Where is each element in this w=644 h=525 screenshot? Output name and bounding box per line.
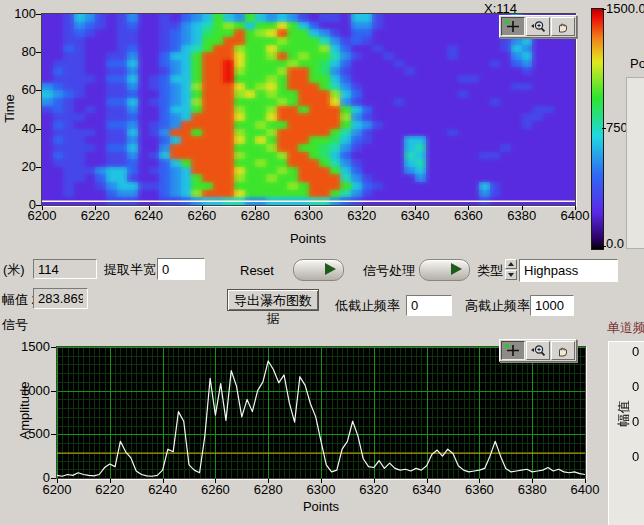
- meter-value-field: [33, 259, 97, 279]
- x-tick-label: 6320: [352, 483, 396, 496]
- type-input[interactable]: [519, 259, 618, 282]
- crosshair-tool-button[interactable]: [501, 341, 525, 360]
- x-tick-label: 6300: [299, 483, 343, 496]
- x-tick-label: 6340: [393, 209, 437, 222]
- x-tick-mark: [468, 206, 469, 210]
- x-tick-label: 6280: [233, 209, 277, 222]
- x-tick-label: 6360: [446, 209, 490, 222]
- zoom-tool-button[interactable]: [526, 17, 550, 36]
- clipped-right-control: [626, 77, 644, 249]
- x-tick-mark: [149, 206, 150, 210]
- x-tick-mark: [522, 206, 523, 210]
- points-axis-label-bottom: Points: [291, 500, 351, 513]
- y-tick-label: 1000: [8, 384, 50, 397]
- graph-palette-bottom: [499, 339, 577, 362]
- export-waterfall-button[interactable]: 导出瀑布图数据: [227, 289, 319, 311]
- halfwidth-input[interactable]: [157, 258, 205, 280]
- x-tick-mark: [42, 206, 43, 210]
- x-tick-mark: [309, 206, 310, 210]
- y-tick-label: 1500: [8, 340, 50, 353]
- pan-tool-button[interactable]: [551, 17, 575, 36]
- crosshair-icon: [505, 344, 521, 357]
- y-tick-label: 80: [4, 45, 36, 58]
- y-tick-mark: [36, 52, 41, 53]
- type-label: 类型: [477, 264, 503, 277]
- x-tick-mark: [215, 479, 216, 483]
- x-tick-label: 6260: [180, 209, 224, 222]
- clipped-spectrum-panel: [608, 341, 644, 525]
- signal-graph-frame: [56, 346, 586, 479]
- x-tick-mark: [202, 206, 203, 210]
- x-tick-label: 6200: [35, 483, 79, 496]
- y-tick-label: 500: [8, 427, 50, 440]
- intensity-graph-frame: [41, 13, 576, 206]
- color-scale-min-label: 0.0: [606, 237, 624, 250]
- amp2-value-field: [33, 288, 88, 309]
- right-panel-tick-label: 0: [632, 450, 639, 463]
- signal-graph-plot[interactable]: [57, 347, 585, 478]
- x-tick-mark: [532, 479, 533, 483]
- magnifier-icon: [530, 344, 546, 357]
- type-spinner: [505, 259, 517, 281]
- meter-label: (米): [3, 263, 25, 276]
- x-tick-mark: [575, 206, 576, 210]
- x-tick-label: 6360: [457, 483, 501, 496]
- x-tick-label: 6380: [510, 483, 554, 496]
- single-channel-label: 单道频: [607, 321, 644, 334]
- signal-label: 信号: [2, 318, 28, 331]
- spinner-down-button[interactable]: [505, 270, 517, 280]
- graph-palette-top: [499, 15, 577, 38]
- x-tick-mark: [321, 479, 322, 483]
- reset-led-button[interactable]: [293, 259, 344, 281]
- x-tick-mark: [362, 206, 363, 210]
- color-scale-tick: [602, 9, 606, 10]
- hand-icon: [555, 344, 571, 357]
- x-tick-label: 6300: [287, 209, 331, 222]
- zoom-tool-button[interactable]: [526, 341, 550, 360]
- x-tick-label: 6240: [127, 209, 171, 222]
- x-tick-mark: [374, 479, 375, 483]
- x-tick-mark: [585, 479, 586, 483]
- x-tick-label: 6340: [405, 483, 449, 496]
- x-tick-label: 6400: [553, 209, 597, 222]
- x-tick-label: 6240: [141, 483, 185, 496]
- y-tick-label: 100: [4, 7, 36, 20]
- x-tick-mark: [163, 479, 164, 483]
- labview-front-panel: X:114 Time Points 1500.0: [0, 0, 644, 525]
- hand-icon: [555, 20, 571, 33]
- high-cutoff-label: 高截止频率: [465, 299, 530, 312]
- y-tick-label: 0: [4, 198, 36, 211]
- spinner-up-button[interactable]: [505, 259, 517, 269]
- x-tick-label: 6400: [563, 483, 607, 496]
- green-arrow-icon: [451, 263, 462, 275]
- x-tick-mark: [95, 206, 96, 210]
- reset-label: Reset: [240, 264, 274, 277]
- process-led-button[interactable]: [419, 259, 470, 281]
- time-axis-label: Time: [3, 69, 16, 149]
- y-tick-mark: [36, 90, 41, 91]
- amplitude-axis-label: Amplitude: [18, 366, 31, 456]
- color-scale-tick: [602, 128, 606, 129]
- color-scale-tick: [602, 246, 606, 247]
- y-tick-mark: [36, 205, 41, 206]
- right-panel-tick-label: 0: [632, 415, 639, 428]
- low-cutoff-input[interactable]: [406, 295, 452, 316]
- right-panel-tick-label: 0: [632, 380, 639, 393]
- y-tick-label: 20: [4, 160, 36, 173]
- y-tick-mark: [51, 347, 56, 348]
- y-tick-label: 40: [4, 122, 36, 135]
- pan-tool-button[interactable]: [551, 341, 575, 360]
- x-tick-label: 6220: [88, 483, 132, 496]
- y-tick-mark: [51, 391, 56, 392]
- y-tick-mark: [51, 478, 56, 479]
- right-panel-amp-label: 幅值: [617, 400, 630, 428]
- intensity-graph-plot[interactable]: [42, 14, 575, 205]
- x-tick-label: 6380: [500, 209, 544, 222]
- x-tick-mark: [415, 206, 416, 210]
- x-tick-label: 6220: [73, 209, 117, 222]
- points-axis-label-top: Points: [278, 232, 338, 245]
- y-tick-mark: [36, 14, 41, 15]
- magnifier-icon: [530, 20, 546, 33]
- crosshair-tool-button[interactable]: [501, 17, 525, 36]
- high-cutoff-input[interactable]: [530, 295, 574, 316]
